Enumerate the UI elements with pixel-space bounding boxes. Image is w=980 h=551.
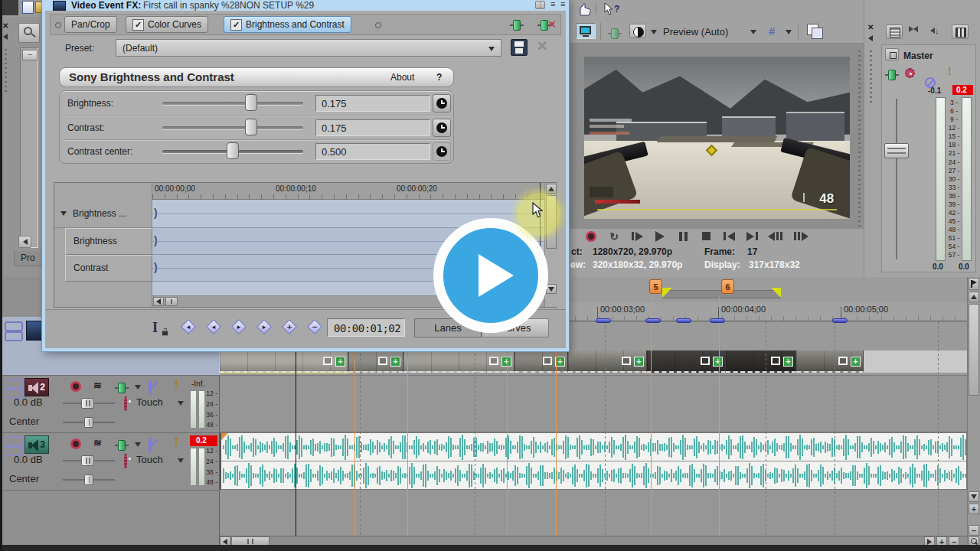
contrast-center-value-field[interactable]: 0.500	[315, 143, 430, 160]
event-fx-icon[interactable]: +	[501, 357, 511, 367]
pause-button[interactable]	[674, 230, 692, 242]
track-grip-icon[interactable]	[5, 379, 23, 389]
pan-crop-icon[interactable]	[701, 357, 710, 365]
keyframe-timecode-display[interactable]: 00:00:01;02	[327, 318, 405, 337]
pan-crop-icon[interactable]	[489, 357, 498, 365]
peak-clip-indicator[interactable]: 0.2	[952, 85, 973, 95]
keyframe-ruler[interactable]: 00:00:00;00 00:00:00;10 00:00:00;20	[152, 183, 544, 200]
dialog-list-icon[interactable]: ≡	[550, 0, 555, 8]
next-frame-button[interactable]	[792, 230, 810, 242]
dialog-list-icon-2[interactable]: ≡	[560, 0, 565, 8]
video-event[interactable]: +	[348, 350, 403, 373]
grid-dropdown-arrow[interactable]	[786, 30, 792, 34]
brightness-animate-button[interactable]	[433, 94, 451, 112]
plugin-tab-brightness-contrast[interactable]: ✓Brightness and Contrast	[224, 16, 351, 33]
track-peak-clip[interactable]: 0.2	[190, 435, 217, 446]
brightness-slider-track[interactable]	[162, 102, 303, 106]
go-to-end-button[interactable]	[743, 230, 761, 242]
add-plugin-chain-icon[interactable]	[510, 20, 524, 31]
pan-crop-icon[interactable]	[378, 357, 387, 365]
master-icon[interactable]	[885, 48, 899, 60]
mute-icon[interactable]	[149, 437, 152, 453]
audio-event[interactable]	[220, 432, 967, 490]
project-media-tab[interactable]: Pro	[14, 251, 44, 266]
mixer-close-icon[interactable]: ✕	[867, 23, 874, 31]
keyframe-row-header-sub[interactable]: Brightness	[65, 228, 152, 255]
preview-quality-label[interactable]: Preview (Auto)	[663, 26, 728, 37]
plugin-about-link[interactable]: About	[390, 72, 414, 83]
automation-gear-icon[interactable]	[124, 453, 127, 469]
quality-dropdown-arrow[interactable]	[651, 30, 657, 34]
track-header-audio-3[interactable]: 3 ≋ ! 0.2 12243648 0.0 dB Touch Center	[0, 432, 220, 491]
kf-scroll-up-button[interactable]	[546, 184, 557, 194]
video-track-lane[interactable]: ++++++++	[220, 350, 967, 373]
track-pan-label[interactable]: Center	[9, 416, 39, 427]
dock-close-icon[interactable]: ✕	[2, 21, 8, 30]
master-automation-gear-icon[interactable]	[905, 68, 915, 78]
device-dropdown-arrow[interactable]	[135, 442, 141, 447]
track-gain-value[interactable]: 0.0 dB	[14, 454, 43, 465]
pan-crop-icon[interactable]	[771, 357, 780, 365]
downmix-output-icon[interactable]	[909, 26, 918, 32]
video-event[interactable]: +	[403, 350, 514, 373]
video-event[interactable]: +	[568, 350, 647, 373]
mixer-properties-icon[interactable]	[952, 24, 969, 39]
go-to-start-button[interactable]	[720, 230, 738, 242]
event-fx-icon[interactable]: +	[713, 357, 723, 367]
loop-region-start-handle[interactable]	[662, 288, 672, 298]
video-preview-button[interactable]	[576, 23, 596, 39]
v-scroll-thumb[interactable]	[969, 304, 979, 396]
expand-collapse-icon[interactable]	[60, 211, 67, 216]
automation-dropdown-arrow[interactable]	[178, 401, 184, 406]
play-from-start-button[interactable]	[628, 230, 646, 242]
device-plug-icon[interactable]	[115, 440, 129, 451]
zoom-in-track-button[interactable]: +	[969, 504, 979, 514]
timeline-empty-area[interactable]	[220, 490, 967, 536]
insert-bus-button[interactable]	[886, 24, 903, 39]
event-fx-icon[interactable]: +	[390, 357, 400, 367]
audio-track-2-lane[interactable]	[220, 375, 967, 432]
record-arm-icon[interactable]	[70, 381, 81, 392]
video-event[interactable]: +	[796, 350, 864, 373]
master-fader-handle[interactable]	[884, 143, 909, 158]
automation-mode-label[interactable]: Touch	[136, 454, 163, 465]
kf-scroll-down-button[interactable]	[546, 284, 557, 294]
track-grip-icon[interactable]	[5, 436, 23, 446]
event-fx-icon[interactable]: +	[851, 357, 861, 367]
contrast-center-slider-handle[interactable]	[227, 142, 239, 159]
plugin-tab-pan-crop[interactable]: Pan/Crop	[64, 16, 117, 33]
video-play-overlay-button[interactable]	[433, 218, 548, 333]
loop-playback-button[interactable]: ↻	[605, 230, 623, 242]
zoom-out-track-button[interactable]: –	[969, 525, 979, 536]
pan-crop-icon[interactable]	[543, 357, 552, 365]
v-scroll-up-button[interactable]	[969, 292, 979, 302]
automation-dropdown-arrow[interactable]	[178, 458, 184, 463]
kf-scroll-left-button[interactable]	[153, 297, 164, 306]
previous-frame-button[interactable]	[766, 230, 784, 242]
contrast-value-field[interactable]: 0.175	[315, 119, 430, 136]
preset-combobox[interactable]: (Default)	[116, 39, 501, 57]
device-plug-icon[interactable]	[115, 383, 129, 393]
copy-snapshot-icon-2[interactable]	[812, 28, 823, 39]
marker-tool-button[interactable]	[969, 278, 979, 290]
device-dropdown-arrow[interactable]	[135, 385, 141, 390]
overlay-grid-icon[interactable]: #	[769, 24, 775, 37]
plugin-help-button[interactable]: ?	[436, 72, 442, 83]
zoom-tool-button[interactable]	[18, 23, 40, 43]
solo-icon[interactable]: !	[175, 436, 178, 448]
first-keyframe-button[interactable]: ◂	[181, 319, 196, 334]
video-event[interactable]: +	[726, 350, 796, 373]
envelope-icon[interactable]: ≋	[93, 380, 101, 391]
plugin-checkbox[interactable]: ✓	[132, 19, 144, 31]
event-fx-icon[interactable]: +	[335, 357, 345, 367]
brightness-value-field[interactable]: 0.175	[315, 95, 430, 112]
dim-output-icon[interactable]: ↓	[930, 26, 939, 35]
event-fx-icon[interactable]: +	[555, 357, 565, 367]
plugin-checkbox[interactable]: ✓	[230, 19, 242, 31]
timeline-v-scrollbar[interactable]: + –	[967, 277, 980, 546]
gain-slider-handle[interactable]	[81, 398, 94, 409]
track-header-audio-2[interactable]: 2 ≋ ! -Inf. 12243648 0.0 dB Touch Center	[0, 375, 220, 433]
master-fx-plug-icon[interactable]	[885, 70, 899, 80]
timeline-marker-6[interactable]: 6	[721, 279, 734, 294]
dialog-titlebar[interactable]: Video Event FX: First call in spanky %28…	[45, 0, 566, 11]
